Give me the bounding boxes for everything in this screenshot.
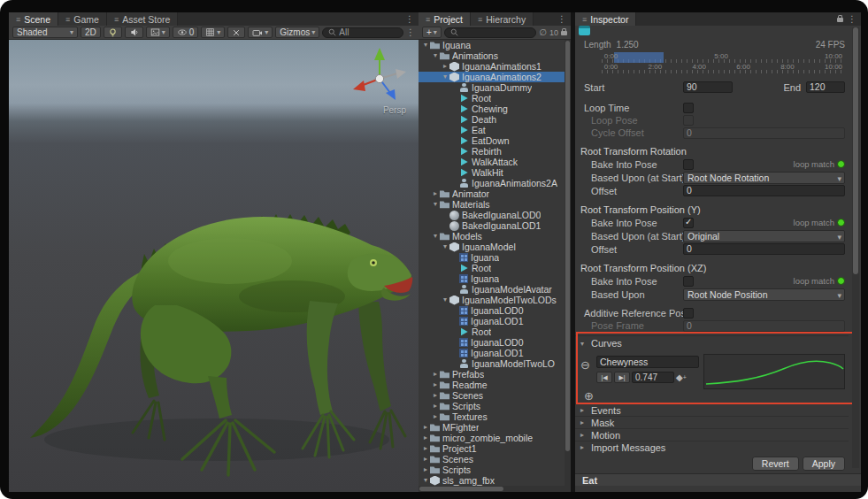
offset-field[interactable]: 0 — [683, 185, 845, 196]
tree-arrow-icon[interactable]: ▸ — [431, 411, 440, 422]
2d-toggle[interactable]: 2D — [81, 27, 101, 38]
clip-range-bar[interactable] — [614, 52, 664, 63]
menu-icon[interactable]: ⋮ — [406, 27, 415, 37]
snap-settings-button[interactable] — [227, 27, 245, 38]
hidden-packages-icon[interactable]: ∅ — [539, 27, 547, 37]
tree-arrow-icon[interactable]: ▸ — [431, 188, 440, 199]
tree-arrow-icon[interactable]: ▸ — [431, 380, 440, 390]
tab-inspector[interactable]: ≡ Inspector — [575, 12, 636, 26]
tree-item[interactable]: Rebirth — [419, 146, 571, 157]
tree-item[interactable]: IguanaLOD1 — [419, 348, 571, 358]
effects-dropdown[interactable]: ▾ — [146, 27, 170, 38]
animation-preview-header[interactable]: Eat — [575, 473, 861, 486]
tree-item[interactable]: Iguana — [419, 273, 571, 284]
tree-arrow-icon[interactable]: ▾ — [431, 231, 440, 242]
tree-item[interactable]: ▾IguanaModel — [419, 242, 571, 252]
bake-into-pose-checkbox[interactable] — [683, 218, 694, 228]
gizmos-dropdown[interactable]: Gizmos ▾ — [275, 27, 319, 38]
based-upon-dropdown[interactable]: Root Node Position — [683, 288, 845, 301]
tree-item[interactable]: Root — [419, 326, 571, 337]
tree-item[interactable]: ▸Scenes — [419, 454, 571, 464]
clip-timeline[interactable]: 0:005:0010:00 0:002:004:006:008:0010:00 — [602, 52, 841, 73]
z-axis-cone[interactable] — [386, 89, 396, 100]
scene-search-input[interactable]: All — [322, 27, 403, 38]
tree-arrow-icon[interactable]: ▾ — [441, 295, 449, 305]
tree-item[interactable]: ▸Scripts — [419, 401, 571, 411]
tree-item[interactable]: BakedIguanaLOD1 — [419, 220, 571, 231]
tree-item[interactable]: WalkHit — [419, 167, 571, 178]
tree-item[interactable]: ▸IguanaAnimations1 — [419, 61, 571, 72]
tab-asset-store[interactable]: ≡Asset Store — [107, 12, 179, 26]
menu-icon[interactable]: ⋮ — [557, 14, 566, 24]
foldout-mask[interactable]: ▸ Mask — [575, 416, 849, 428]
tree-item[interactable]: IguanaLOD0 — [419, 305, 571, 316]
start-field[interactable]: 90 — [683, 81, 733, 93]
tree-item[interactable]: ▸Readme — [419, 380, 571, 390]
tree-arrow-icon[interactable]: ▸ — [421, 454, 430, 464]
menu-icon[interactable]: ⋮ — [848, 14, 856, 24]
tree-arrow-icon[interactable]: ▸ — [441, 61, 449, 72]
tree-item[interactable]: IguanaLOD1 — [419, 316, 571, 326]
tree-arrow-icon[interactable]: ▾ — [421, 40, 430, 50]
tree-item[interactable]: Root — [419, 93, 571, 104]
bake-into-pose-checkbox[interactable] — [683, 276, 694, 287]
tree-item[interactable]: ▸Scenes — [419, 390, 571, 401]
scene-orientation-gizmo[interactable] — [346, 43, 411, 107]
tree-arrow-icon[interactable]: ▾ — [431, 199, 440, 210]
camera-settings-button[interactable]: ▾ — [248, 27, 273, 38]
tree-item[interactable]: BakedIguanaLOD0 — [419, 210, 571, 220]
curve-preview[interactable] — [703, 354, 845, 389]
tree-item[interactable]: ▾Iguana — [419, 40, 571, 50]
tree-item[interactable]: ▸MFighter — [419, 422, 571, 433]
tab-hierarchy[interactable]: ≡Hierarchy — [471, 12, 534, 26]
tree-item[interactable]: ▸Project1 — [419, 443, 571, 454]
tree-item[interactable]: ▾IguanaModelTwoLODs — [419, 295, 571, 305]
tree-arrow-icon[interactable]: ▸ — [421, 443, 430, 454]
tree-arrow-icon[interactable]: ▾ — [431, 50, 440, 61]
add-curve-button[interactable]: ⊕ — [584, 389, 594, 403]
iguana-model[interactable] — [9, 40, 419, 492]
tree-item[interactable]: IguanaLOD0 — [419, 337, 571, 348]
tab-project[interactable]: ≡Project — [419, 12, 471, 26]
offset-field[interactable]: 0 — [683, 243, 845, 255]
tree-arrow-icon[interactable]: ▸ — [421, 433, 430, 443]
project-search-input[interactable] — [444, 27, 536, 38]
timeline-ruler-top[interactable]: 0:005:0010:00 — [602, 52, 841, 63]
tree-item[interactable]: ▸Textures — [419, 411, 571, 422]
tab-game[interactable]: ≡Game — [58, 12, 107, 26]
tree-item[interactable]: ▾Materials — [419, 199, 571, 210]
remove-curve-button[interactable]: ⊖ — [580, 358, 590, 372]
based-upon-dropdown[interactable]: Original — [683, 230, 845, 242]
tree-item[interactable]: ▸Animator — [419, 188, 571, 199]
tree-arrow-icon[interactable]: ▾ — [441, 72, 449, 82]
tree-item[interactable]: Iguana — [419, 252, 571, 263]
tree-item[interactable]: EatDown — [419, 135, 571, 146]
foldout-import-messages[interactable]: ▸ Import Messages — [575, 441, 849, 453]
first-frame-button[interactable]: |◀ — [596, 372, 612, 383]
tree-item[interactable]: ▸Prefabs — [419, 369, 571, 380]
tree-item[interactable]: Chewing — [419, 104, 571, 114]
tree-arrow-icon[interactable]: ▾ — [441, 242, 449, 252]
vertical-scrollbar[interactable] — [565, 40, 571, 486]
tree-arrow-icon[interactable]: ▸ — [431, 369, 440, 380]
tree-item[interactable]: WalkAttack — [419, 157, 571, 167]
shading-mode-dropdown[interactable]: Shaded ▾ — [12, 27, 78, 38]
end-field[interactable]: 120 — [806, 81, 845, 93]
add-key-icon[interactable]: ◆+ — [676, 373, 687, 382]
tree-item[interactable]: ▸Scripts — [419, 464, 571, 475]
tree-item[interactable]: ▾Models — [419, 231, 571, 242]
tree-item[interactable]: ▸micro_zombie_mobile — [419, 433, 571, 443]
y-axis-cone[interactable] — [374, 48, 385, 60]
lock-icon[interactable] — [561, 31, 567, 35]
tree-arrow-icon[interactable]: ▸ — [431, 401, 440, 411]
tree-item[interactable]: IguanaAnimations2A — [419, 178, 571, 188]
horizontal-scrollbar[interactable] — [419, 486, 571, 492]
foldout-curves[interactable]: ▾ Curves — [575, 336, 849, 350]
tree-item[interactable]: IguanaModelTwoLO — [419, 358, 571, 369]
scene-lighting-toggle[interactable] — [104, 27, 122, 38]
inspector-scrollbar[interactable] — [852, 27, 859, 468]
tree-arrow-icon[interactable]: ▸ — [421, 464, 430, 475]
grid-settings-dropdown[interactable]: ▾ — [201, 27, 225, 38]
x-axis-cone[interactable] — [353, 81, 365, 91]
scene-visibility-toggle[interactable]: 0 — [173, 27, 199, 38]
